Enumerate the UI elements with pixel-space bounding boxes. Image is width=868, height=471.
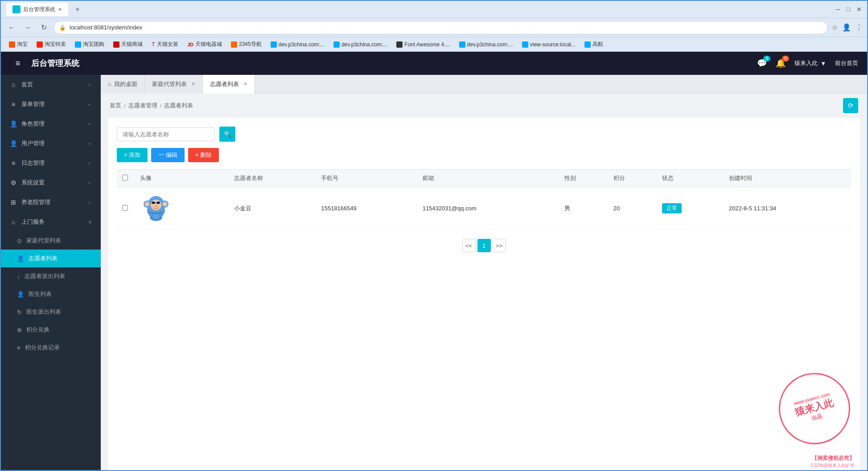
tab-volunteer[interactable]: 志愿者列表 ✕	[203, 75, 255, 94]
forward-button[interactable]: →	[21, 21, 34, 34]
sidebar-sub-label-points: 积分兑换	[26, 326, 49, 334]
svg-point-0	[14, 7, 19, 12]
sidebar-item-service[interactable]: ⌂ 上门服务 ∨	[1, 212, 101, 232]
sidebar-sub-volunteer[interactable]: 👤 志愿者列表	[1, 250, 101, 267]
sidebar-item-user[interactable]: 👤 用户管理 ＜	[1, 134, 101, 153]
notification-icon-wrap[interactable]: 🔔 9	[776, 58, 786, 68]
tab-family[interactable]: 家庭代管列表 ✕	[145, 75, 203, 94]
sidebar-sub-points[interactable]: ⊛ 积分兑换	[1, 321, 101, 339]
tab-family-close[interactable]: ✕	[191, 81, 195, 87]
doctor-dispatch-icon: ↻	[17, 309, 22, 315]
refresh-button[interactable]: ⟳	[843, 98, 858, 113]
sidebar-item-home[interactable]: ⌂ 首页 ＜	[1, 75, 101, 94]
breadcrumb-bar: 首页 / 志愿者管理 / 志愿者列表 ⟳	[101, 94, 867, 118]
sidebar-label-role: 角色管理	[21, 120, 82, 128]
tab-close-btn[interactable]: ✕	[58, 7, 62, 12]
pagination: << 1 >>	[117, 230, 851, 257]
tab-volunteer-close[interactable]: ✕	[243, 81, 247, 87]
tab-family-label: 家庭代管列表	[152, 80, 187, 88]
star-icon[interactable]: ☆	[831, 23, 838, 32]
bookmark-taobao-group[interactable]: 淘宝团购	[71, 39, 108, 49]
sidebar-sub-doctor[interactable]: 👤 医生列表	[1, 285, 101, 303]
sidebar-item-elder[interactable]: ⊞ 养老院管理 ＜	[1, 192, 101, 212]
row-gender-cell: 男	[559, 187, 608, 230]
data-table: 头像 志愿者名称 手机号 邮箱 性别 积分 状态 创建时间	[117, 169, 851, 230]
chevron-role: ＜	[87, 121, 92, 127]
browser-tab-active[interactable]: 后台管理系统 ✕	[6, 3, 68, 16]
menu-toggle-button[interactable]: ≡	[10, 55, 26, 71]
row-status-cell: 正常	[657, 187, 723, 230]
chevron-user: ＜	[87, 140, 92, 147]
sidebar-sub-family[interactable]: ⊙ 家庭代管列表	[1, 232, 101, 250]
tab-desktop[interactable]: ⌂ 我的桌面	[101, 75, 145, 94]
home-icon: ⌂	[10, 81, 17, 88]
bookmark-tmall-fashion[interactable]: T 天猫女装	[148, 39, 182, 49]
sidebar-label-service: 上门服务	[21, 218, 84, 226]
browser-titlebar: 后台管理系统 ✕ + ─ □ ✕	[1, 1, 867, 18]
bookmark-p3china-2[interactable]: dev.p3china.com:...	[330, 40, 391, 49]
sidebar-item-menu[interactable]: ≡ 菜单管理 ＜	[1, 94, 101, 114]
app-header: ≡ 后台管理系统 💬 4 🔔 9 猿来入此 ▼ 前台首页	[1, 52, 867, 75]
close-button[interactable]: ✕	[856, 6, 862, 13]
tabs-bar: ⌂ 我的桌面 家庭代管列表 ✕ 志愿者列表 ✕	[101, 75, 867, 94]
bookmark-2345[interactable]: 2345导航	[227, 39, 265, 49]
bookmark-tmall[interactable]: 天猫商城	[110, 39, 146, 49]
reload-button[interactable]: ↻	[37, 21, 50, 34]
bookmark-p3china-1[interactable]: dev.p3china.com:...	[267, 40, 328, 49]
search-button[interactable]: 🔍	[219, 127, 235, 142]
content-area: ⌂ 我的桌面 家庭代管列表 ✕ 志愿者列表 ✕ 首页	[101, 75, 867, 470]
table-header-row: 头像 志愿者名称 手机号 邮箱 性别 积分 状态 创建时间	[117, 170, 851, 187]
new-tab-button[interactable]: +	[72, 4, 83, 15]
bookmark-viewsource[interactable]: view-source:local...	[518, 40, 579, 49]
user-menu[interactable]: 猿来入此 ▼	[794, 59, 826, 67]
sidebar-item-role[interactable]: 👤 角色管理 ＜	[1, 114, 101, 134]
sidebar-sub-label-family: 家庭代管列表	[26, 237, 61, 245]
lock-icon: 🔒	[59, 25, 66, 31]
browser-toolbar: ← → ↻ 🔒 localhost:8081/system/index ☆ 👤 …	[1, 18, 867, 37]
prev-page-button[interactable]: <<	[462, 239, 476, 252]
user-dropdown-icon: ▼	[820, 60, 826, 67]
sidebar-item-settings[interactable]: ⚙ 系统设置 ＜	[1, 173, 101, 192]
svg-rect-12	[152, 201, 155, 204]
delete-button[interactable]: × 删除	[188, 148, 219, 162]
bookmark-taobao[interactable]: 淘宝	[5, 39, 31, 49]
bookmark-p3china-3[interactable]: dev.p3china.com:...	[456, 40, 517, 49]
breadcrumb-volunteer-list[interactable]: 志愿者列表	[164, 102, 193, 110]
back-button[interactable]: ←	[5, 21, 18, 34]
address-bar[interactable]: 🔒 localhost:8081/system/index	[53, 21, 828, 34]
breadcrumb-home[interactable]: 首页	[110, 102, 121, 110]
bookmark-fontawesome[interactable]: Font Awesome 4....	[393, 40, 454, 49]
action-row: + 添加 一 编辑 × 删除	[117, 148, 851, 162]
more-icon[interactable]: ⋮	[856, 23, 863, 32]
monkey-avatar	[140, 192, 172, 224]
doctor-icon: 👤	[17, 291, 24, 298]
sidebar-sub-doctor-dispatch[interactable]: ↻ 医生派出列表	[1, 303, 101, 321]
bookmark-gaohang[interactable]: 高航	[581, 39, 607, 49]
row-checkbox[interactable]	[122, 205, 128, 211]
app-container: ≡ 后台管理系统 💬 4 🔔 9 猿来入此 ▼ 前台首页	[1, 52, 867, 470]
maximize-button[interactable]: □	[847, 6, 850, 13]
bookmark-taobao-special[interactable]: 淘宝特卖	[33, 39, 70, 49]
sidebar-item-log[interactable]: ≡ 日志管理 ＜	[1, 153, 101, 173]
th-checkbox	[117, 170, 135, 187]
breadcrumb-volunteer-mgmt[interactable]: 志愿者管理	[128, 102, 157, 110]
select-all-checkbox[interactable]	[122, 175, 128, 180]
minimize-button[interactable]: ─	[836, 6, 840, 13]
next-page-button[interactable]: >>	[493, 239, 506, 252]
front-page-button[interactable]: 前台首页	[835, 59, 858, 67]
main-layout: ⌂ 首页 ＜ ≡ 菜单管理 ＜ 👤 角色管理 ＜ 👤 用户管理 ＜	[1, 75, 867, 470]
current-page-button[interactable]: 1	[477, 239, 491, 252]
svg-point-5	[145, 202, 149, 206]
table-section: 🔍 + 添加 一 编辑 × 删除	[108, 118, 860, 470]
th-points: 积分	[608, 170, 657, 187]
app-logo: 后台管理系统	[31, 58, 757, 69]
profile-icon[interactable]: 👤	[842, 23, 851, 32]
search-input[interactable]	[117, 127, 215, 141]
message-icon-wrap[interactable]: 💬 4	[757, 58, 767, 68]
sidebar-sub-points-record[interactable]: ≡ 积分兑换记录	[1, 339, 101, 356]
bookmark-tmall-appliance[interactable]: JD 天猫电器城	[184, 39, 226, 49]
status-badge: 正常	[662, 203, 682, 213]
sidebar-sub-volunteer-dispatch[interactable]: ↓ 志愿者派出列表	[1, 267, 101, 285]
add-button[interactable]: + 添加	[117, 148, 148, 162]
edit-button[interactable]: 一 编辑	[151, 148, 185, 162]
